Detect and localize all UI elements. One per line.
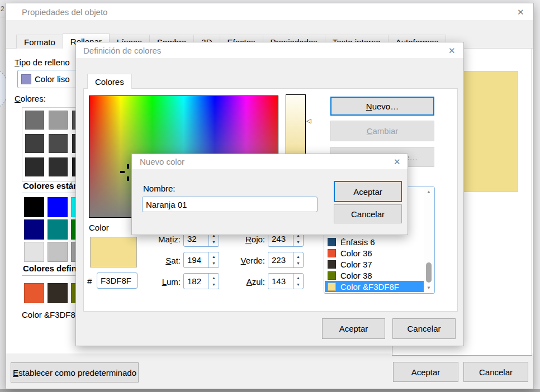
color-swatch[interactable] (48, 283, 68, 303)
close-icon[interactable]: ✕ (517, 8, 524, 16)
close-icon[interactable]: ✕ (394, 157, 401, 166)
spin-down-icon[interactable]: ▼ (296, 240, 300, 244)
tab-formato[interactable]: Formato (16, 35, 63, 49)
color-swatch[interactable] (49, 111, 68, 130)
list-item-label: Color 38 (340, 271, 372, 280)
spin-up-icon[interactable]: ▲ (296, 255, 300, 259)
change-color-button[interactable]: Cambiar (330, 121, 434, 141)
new-color-button[interactable]: Nuevo… (330, 97, 434, 116)
color-swatch[interactable] (24, 242, 44, 262)
green-value: 223 (268, 255, 293, 265)
name-value: Naranja 01 (143, 200, 317, 209)
cancel-button[interactable]: Cancelar (463, 362, 528, 382)
set-default-button[interactable]: Establecer como predeterminado (11, 362, 139, 383)
background-canvas (0, 0, 6, 392)
spin-up-icon[interactable]: ▲ (212, 276, 216, 280)
current-color-swatch (90, 237, 137, 267)
colors-label: Colores: (15, 94, 46, 103)
lum-input[interactable]: 182 ▲▼ (183, 273, 219, 289)
spin-down-icon[interactable]: ▼ (296, 261, 300, 265)
background-bottom (0, 389, 540, 392)
color-label: Color (89, 223, 109, 232)
new-color-dialog: Nuevo color ✕ Nombre: Naranja 01 Aceptar… (131, 154, 408, 235)
screen: 2 Propiedades del objeto ✕ Formato Relle… (0, 0, 540, 392)
scroll-down-icon[interactable]: ▼ (427, 285, 431, 290)
list-item-swatch (328, 249, 336, 257)
blue-label: Azul: (226, 277, 265, 286)
color-swatch[interactable] (24, 219, 44, 240)
list-item-label: Color 37 (340, 260, 372, 269)
cancel-button[interactable]: Cancelar (334, 204, 402, 223)
new-color-title: Nuevo color (140, 157, 184, 166)
list-item-swatch (328, 283, 336, 291)
color-swatch[interactable] (25, 111, 44, 130)
sat-value: 194 (184, 255, 209, 265)
scroll-up-icon[interactable]: ▲ (427, 189, 431, 194)
luminance-slider-icon[interactable]: ◁ (306, 117, 311, 125)
close-icon[interactable]: ✕ (448, 46, 456, 55)
hue-value: 32 (184, 234, 209, 243)
row-divider (0, 17, 5, 17)
fill-type-label: Tipo de relleno (15, 58, 70, 67)
lum-spinner[interactable]: ▲▼ (209, 274, 219, 289)
hex-value: F3DF8F (97, 276, 137, 285)
colors-dialog-title: Definición de colores (83, 46, 161, 55)
color-swatch[interactable] (25, 157, 44, 176)
list-item-swatch (328, 238, 336, 246)
list-item-selected[interactable]: Color &F3DF8F (325, 281, 424, 292)
color-swatch[interactable] (24, 283, 44, 303)
blue-input[interactable]: 143 ▲▼ (268, 273, 304, 289)
color-swatch[interactable] (48, 197, 68, 217)
ok-button[interactable]: Aceptar (334, 181, 402, 202)
ok-button[interactable]: Aceptar (393, 362, 458, 382)
green-spinner[interactable]: ▲▼ (293, 252, 303, 267)
color-swatch[interactable] (49, 134, 68, 153)
lum-label: Lum: (141, 277, 181, 286)
sat-spinner[interactable]: ▲▼ (209, 252, 219, 267)
scroll-thumb[interactable] (426, 262, 432, 283)
blue-spinner[interactable]: ▲▼ (293, 274, 303, 289)
list-item[interactable]: Color 37 (325, 259, 424, 270)
list-item-label: Énfasis 6 (340, 237, 375, 247)
list-scrollbar[interactable]: ▲ ▼ (424, 187, 434, 293)
row-header-label: 2 (1, 5, 4, 13)
blue-value: 143 (268, 276, 293, 286)
spin-down-icon[interactable]: ▼ (212, 283, 216, 286)
background-right (534, 0, 540, 392)
list-item-swatch (328, 260, 336, 269)
list-item-label: Color 36 (340, 248, 372, 258)
red-value: 243 (268, 234, 293, 243)
spin-down-icon[interactable]: ▼ (212, 240, 216, 244)
spin-up-icon[interactable]: ▲ (296, 276, 300, 280)
hue-label: Matiz: (141, 235, 181, 244)
tab-colores[interactable]: Colores (87, 74, 132, 89)
sat-label: Sat: (141, 256, 181, 265)
fill-type-swatch (21, 74, 31, 84)
color-swatch[interactable] (24, 197, 44, 217)
sat-input[interactable]: 194 ▲▼ (183, 252, 219, 268)
lum-value: 182 (184, 276, 209, 286)
separator (22, 275, 83, 276)
color-swatch[interactable] (49, 157, 68, 176)
list-item-label: Color &F3DF8F (340, 282, 399, 291)
green-input[interactable]: 223 ▲▼ (268, 252, 304, 268)
spin-down-icon[interactable]: ▼ (296, 283, 300, 286)
list-item[interactable]: Color 36 (325, 247, 424, 259)
gradient-crosshair (120, 171, 125, 173)
gradient-crosshair (127, 176, 129, 181)
ok-button[interactable]: Aceptar (322, 318, 385, 339)
color-swatch[interactable] (48, 219, 68, 240)
color-swatch[interactable] (25, 134, 44, 153)
hex-input[interactable]: F3DF8F (97, 273, 138, 289)
gradient-crosshair (127, 164, 129, 169)
name-input[interactable]: Naranja 01 (142, 197, 318, 212)
color-swatch[interactable] (48, 242, 68, 262)
selected-color-name: Color &F3DF8F (22, 310, 80, 319)
spin-up-icon[interactable]: ▲ (212, 255, 216, 259)
name-label: Nombre: (143, 184, 176, 193)
list-item[interactable]: Color 38 (325, 270, 424, 281)
red-label: Rojo: (226, 235, 265, 244)
cancel-button[interactable]: Cancelar (392, 318, 456, 339)
list-item[interactable]: Énfasis 6 (325, 236, 424, 247)
spin-down-icon[interactable]: ▼ (212, 261, 216, 265)
